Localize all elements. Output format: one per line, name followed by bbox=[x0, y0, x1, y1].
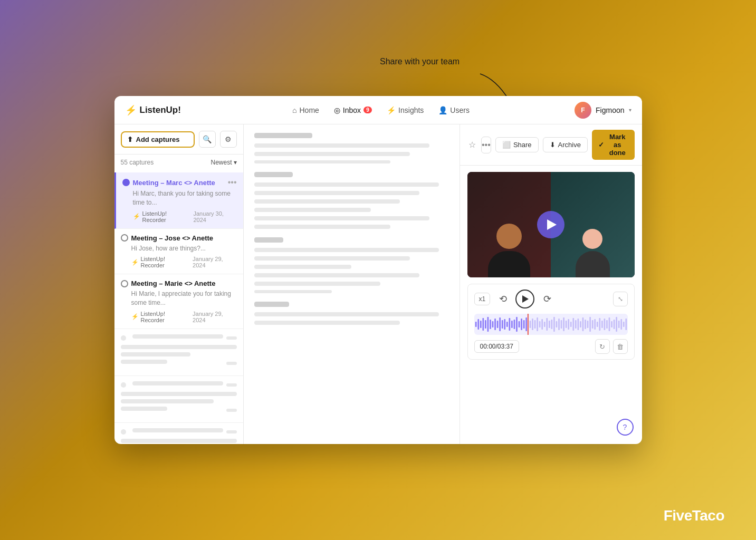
capture-title-3: Meeting – Marie <> Anette bbox=[131, 279, 216, 287]
more-button[interactable]: ••• bbox=[481, 137, 491, 153]
share-icon: ⬜ bbox=[502, 141, 511, 149]
user-chevron-icon[interactable]: ▾ bbox=[629, 107, 631, 113]
svg-rect-40 bbox=[572, 318, 574, 331]
skeleton-item-1 bbox=[114, 329, 243, 376]
svg-rect-37 bbox=[565, 321, 567, 328]
svg-rect-21 bbox=[525, 317, 527, 331]
audio-player: x1 ⟲ ⟳ ⤡ bbox=[467, 284, 635, 360]
recorder-name-1: ListenUp! Recorder bbox=[142, 210, 190, 223]
svg-rect-50 bbox=[596, 322, 598, 327]
captures-panel: ⬆ Add captures 🔍 ⚙ 55 captures Newest ▾ bbox=[114, 124, 244, 444]
help-button[interactable]: ? bbox=[617, 419, 634, 436]
svg-rect-26 bbox=[539, 321, 540, 327]
capture-item-3[interactable]: Meeting – Marie <> Anette Hi Marie, I ap… bbox=[114, 274, 243, 329]
svg-rect-7 bbox=[492, 321, 493, 327]
nav-insights-label: Insights bbox=[398, 106, 424, 114]
capture-date-3: January 29, 2024 bbox=[193, 311, 236, 323]
waveform-container[interactable] bbox=[474, 314, 628, 335]
nav-center: ⌂ Home ◎ Inbox 9 ⚡ Insights 👤 Users bbox=[200, 103, 562, 118]
video-container bbox=[467, 172, 635, 277]
svg-rect-48 bbox=[591, 320, 593, 329]
avatar-initials: F bbox=[581, 107, 585, 114]
nav-home[interactable]: ⌂ Home bbox=[286, 103, 326, 118]
share-label: Share bbox=[513, 141, 532, 149]
svg-rect-30 bbox=[548, 321, 550, 328]
mark-done-button[interactable]: ✓ Mark as done bbox=[592, 130, 635, 160]
svg-rect-27 bbox=[541, 319, 543, 330]
time-display: 00:00/03:37 bbox=[474, 340, 519, 353]
video-inner bbox=[467, 172, 635, 277]
svg-rect-41 bbox=[575, 320, 576, 329]
nav-users-label: Users bbox=[450, 106, 470, 114]
capture-dot-1 bbox=[122, 179, 130, 186]
capture-title-2: Meeting – Jose <> Anette bbox=[131, 234, 214, 242]
star-button[interactable]: ☆ bbox=[467, 137, 477, 153]
capture-footer-2: ⚡ ListenUp! Recorder January 29, 2024 bbox=[131, 256, 237, 268]
svg-rect-49 bbox=[594, 319, 596, 330]
svg-rect-2 bbox=[480, 321, 481, 328]
refresh-button[interactable]: ↻ bbox=[595, 339, 610, 354]
add-captures-label: Add captures bbox=[136, 136, 180, 143]
expand-button[interactable]: ⤡ bbox=[613, 292, 628, 306]
svg-rect-3 bbox=[482, 318, 484, 331]
archive-icon: ⬇ bbox=[550, 141, 556, 149]
captures-list: Meeting – Marc <> Anette ••• Hi Marc, th… bbox=[114, 170, 243, 444]
svg-rect-61 bbox=[623, 322, 624, 327]
person-head-female bbox=[582, 229, 602, 249]
logo-icon: ⚡ bbox=[125, 104, 137, 116]
star-icon: ☆ bbox=[468, 140, 476, 150]
capture-header-3: Meeting – Marie <> Anette bbox=[121, 279, 237, 287]
annotation-share-label: Share with your team bbox=[380, 57, 460, 66]
capture-preview-2: Hi Jose, how are things?... bbox=[131, 244, 237, 253]
add-captures-button[interactable]: ⬆ Add captures bbox=[121, 131, 195, 148]
sort-chevron-icon: ▾ bbox=[234, 159, 237, 166]
share-button[interactable]: ⬜ Share bbox=[495, 137, 539, 152]
delete-button[interactable]: 🗑 bbox=[613, 339, 628, 354]
nav-inbox[interactable]: ◎ Inbox 9 bbox=[328, 103, 378, 118]
capture-item-1[interactable]: Meeting – Marc <> Anette ••• Hi Marc, th… bbox=[114, 172, 243, 229]
svg-rect-53 bbox=[604, 319, 605, 330]
nav-insights[interactable]: ⚡ Insights bbox=[380, 103, 430, 118]
refresh-icon: ↻ bbox=[599, 343, 605, 351]
forward-button[interactable]: ⟳ bbox=[539, 291, 556, 307]
svg-rect-24 bbox=[534, 320, 535, 329]
recorder-name-3: ListenUp! Recorder bbox=[141, 311, 190, 323]
video-play-button[interactable] bbox=[537, 211, 564, 238]
svg-rect-56 bbox=[611, 321, 613, 327]
time-value: 00:00/03:37 bbox=[480, 343, 513, 350]
svg-rect-59 bbox=[618, 321, 619, 328]
capture-item-2[interactable]: Meeting – Jose <> Anette Hi Jose, how ar… bbox=[114, 229, 243, 275]
captures-count: 55 captures bbox=[121, 159, 154, 166]
home-icon: ⌂ bbox=[292, 106, 296, 114]
archive-button[interactable]: ⬇ Archive bbox=[543, 137, 588, 152]
recorder-badge-2: ⚡ ListenUp! Recorder bbox=[131, 256, 190, 268]
sort-button[interactable]: Newest ▾ bbox=[210, 159, 236, 166]
insights-icon: ⚡ bbox=[387, 106, 396, 114]
capture-title-row-3: Meeting – Marie <> Anette bbox=[121, 279, 216, 287]
search-button[interactable]: 🔍 bbox=[199, 131, 216, 148]
svg-rect-58 bbox=[616, 317, 617, 332]
capture-title-1: Meeting – Marc <> Anette bbox=[133, 179, 215, 187]
audio-play-triangle-icon bbox=[522, 295, 529, 303]
svg-rect-44 bbox=[582, 317, 583, 331]
svg-rect-38 bbox=[568, 319, 569, 330]
capture-title-row-2: Meeting – Jose <> Anette bbox=[121, 234, 214, 242]
svg-rect-23 bbox=[532, 319, 533, 330]
svg-rect-39 bbox=[570, 322, 571, 327]
svg-rect-42 bbox=[577, 319, 579, 330]
rewind-button[interactable]: ⟲ bbox=[494, 291, 511, 307]
capture-more-1[interactable]: ••• bbox=[228, 178, 237, 187]
nav-right: F Figmoon ▾ bbox=[575, 102, 631, 119]
filter-button[interactable]: ⚙ bbox=[220, 131, 237, 148]
speed-button[interactable]: x1 bbox=[474, 293, 491, 305]
svg-rect-60 bbox=[620, 319, 622, 330]
recorder-badge-3: ⚡ ListenUp! Recorder bbox=[131, 311, 190, 323]
audio-play-button[interactable] bbox=[515, 290, 534, 308]
svg-rect-25 bbox=[537, 317, 538, 331]
capture-preview-1: Hi Marc, thank you for taking some time … bbox=[133, 189, 237, 207]
svg-rect-47 bbox=[589, 317, 591, 332]
inbox-icon: ◎ bbox=[334, 106, 340, 114]
middle-panel bbox=[244, 124, 460, 444]
nav-users[interactable]: 👤 Users bbox=[432, 103, 476, 118]
mark-done-label: Mark as done bbox=[607, 133, 628, 157]
